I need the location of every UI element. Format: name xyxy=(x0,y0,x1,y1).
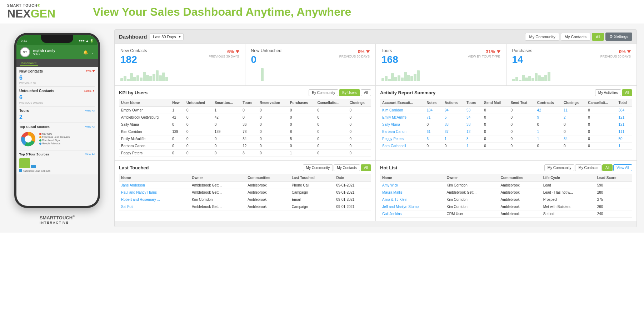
phone-tours-value: 2 xyxy=(19,114,95,120)
table-row: Jane AndersonAmblebrook Gett...Amblebroo… xyxy=(119,182,371,189)
table-row: Sal FotiAmblebrook Gett...AmblebrookCamp… xyxy=(119,203,371,210)
col-tours: Tours xyxy=(240,99,258,107)
col-actions: Actions xyxy=(443,99,464,107)
col-username: User Name xyxy=(119,99,170,107)
phone-tour-viewall[interactable]: View All xyxy=(85,153,95,156)
phone-untouched-prev: PREVIOUS 30 DAYS xyxy=(19,101,95,104)
by-users-btn[interactable]: By Users xyxy=(339,89,360,96)
col-cancel-act: Cancellati... xyxy=(586,99,616,107)
dashboard-title: Dashboard xyxy=(119,34,147,40)
phone-tours-viewall[interactable]: View All xyxy=(85,109,95,112)
my-contacts-btn[interactable]: My Contacts xyxy=(561,33,590,41)
by-community-btn[interactable]: By Community xyxy=(309,89,338,96)
kpi-bar xyxy=(525,78,528,81)
activity-all-btn[interactable]: All xyxy=(622,89,632,96)
col-tours-act: Tours xyxy=(464,99,482,107)
all-btn[interactable]: All xyxy=(592,33,604,41)
kpi-new-contacts-right: 6% PREVIOUS 30 DAYS xyxy=(209,48,239,58)
top-header: SMART TOUCH® NEX GEN View Your Sales Das… xyxy=(0,0,644,24)
kpi-new-contacts-change: 6% xyxy=(227,49,234,54)
kpi-bar xyxy=(544,75,547,81)
phone-lead-viewall[interactable]: View All xyxy=(85,125,95,129)
hl-community-btn[interactable]: My Community xyxy=(544,164,575,171)
col-contracts: Contracts xyxy=(535,99,561,107)
kpi-bar xyxy=(156,70,159,81)
kpi-bar xyxy=(404,72,407,81)
date-range-dropdown[interactable]: Last 30 Days ▼ xyxy=(150,33,183,40)
last-touched-title: Last Touched xyxy=(119,165,149,170)
col-closings-act: Closings xyxy=(561,99,586,107)
table-row: Emily McAuliffe7153400920121 xyxy=(380,114,632,121)
kpi-tours-prev: VIEW BY TOUR TYPE xyxy=(468,55,500,58)
col-cancellatio: Cancellatio... xyxy=(315,99,347,107)
table-row: Amy WickKim CorridonAmblebrookLead590 xyxy=(380,182,632,189)
hl-viewall-btn[interactable]: View All xyxy=(613,164,632,171)
kpi-bar xyxy=(261,68,264,81)
hl-contacts-btn[interactable]: My Contacts xyxy=(575,164,601,171)
dashboard-title-area: Dashboard Last 30 Days ▼ xyxy=(119,33,184,40)
kpi-card-new-contacts: New Contacts 182 6% PREVIOUS 30 DAYS xyxy=(115,44,245,85)
table-row: Sally Abma0833800000121 xyxy=(380,121,632,128)
phone-avatar: ST xyxy=(20,47,30,57)
activity-table-scroll[interactable]: Account Executi... Notes Actions Tours S… xyxy=(380,99,632,150)
col-hl-communities: Communities xyxy=(498,174,541,182)
col-hl-owner: Owner xyxy=(445,174,499,182)
phone-new-contacts-value: 6 xyxy=(19,75,95,81)
kpi-purchases-right: 0% PREVIOUS 30 DAYS xyxy=(600,48,631,58)
phone-nav: Dashboard xyxy=(16,59,98,67)
col-sendmail: Send Mail xyxy=(482,99,508,107)
col-closings: Closings xyxy=(348,99,371,107)
phone-user-info: Implicit Family Sales xyxy=(33,49,55,56)
lt-contacts-btn[interactable]: My Contacts xyxy=(334,164,360,171)
table-row: Kim Corridon1390139780800 xyxy=(119,128,371,135)
kpi-bar xyxy=(414,74,416,81)
hot-list-btns: My Community My Contacts All View All xyxy=(544,164,632,171)
last-touched-header: Last Touched My Community My Contacts Al… xyxy=(119,164,371,171)
kpi-bar xyxy=(401,78,404,81)
activity-report-panel: Activity Report Summary My Activities Al… xyxy=(376,86,636,160)
kpi-bar xyxy=(162,73,165,81)
hot-list-title: Hot List xyxy=(380,165,397,170)
kpi-untouched-arrow xyxy=(366,50,370,53)
phone-nav-dashboard[interactable]: Dashboard xyxy=(20,61,38,66)
svg-point-1 xyxy=(25,135,32,143)
kpi-bar xyxy=(159,75,162,81)
my-activities-btn[interactable]: My Activities xyxy=(595,89,621,96)
col-lt-lasttouched: Last Touched xyxy=(290,174,334,182)
phone-bell-icon[interactable]: 🔔 xyxy=(83,50,88,55)
kpi-all-btn[interactable]: All xyxy=(361,89,371,96)
hl-all-btn[interactable]: All xyxy=(602,164,613,171)
kpi-untouched-prev: PREVIOUS 30 DAYS xyxy=(339,55,370,58)
kpi-purchases-prev: PREVIOUS 30 DAYS xyxy=(600,55,631,58)
kpi-by-users-header: KPI by Users By Community By Users All xyxy=(119,89,371,96)
settings-btn[interactable]: ⚙ ⚙ Settings Settings xyxy=(605,33,632,41)
lt-community-btn[interactable]: My Community xyxy=(303,164,333,171)
phone-tour-chart xyxy=(19,158,95,168)
kpi-cards-row: New Contacts 182 6% PREVIOUS 30 DAYS xyxy=(115,44,636,86)
phone-mockup: 9:41 ●●● ▲ 🔋 ST Implicit Family Sales 🔔 … xyxy=(14,33,100,208)
kpi-bar xyxy=(120,78,123,81)
col-hl-name: Name xyxy=(380,174,445,182)
table-row: Gail JenkinsCRM UserAmblebrookSettled240 xyxy=(380,210,632,218)
table-row: Peggy Peters61800134050 xyxy=(380,135,632,143)
phone-menu-icon[interactable]: ⋮ xyxy=(90,50,94,55)
kpi-bar xyxy=(381,78,384,81)
kpi-bar xyxy=(136,75,139,81)
kpi-by-users-btns: By Community By Users All xyxy=(309,89,371,96)
my-community-btn[interactable]: My Community xyxy=(525,33,559,41)
table-row: Paul and Nancy HarrisAmblebrook Gett...A… xyxy=(119,189,371,196)
col-untouched: Untouched xyxy=(184,99,213,107)
table-row: Maura MallisAmblebrook Gett...Amblebrook… xyxy=(380,189,632,196)
kpi-bar xyxy=(146,75,149,81)
dropdown-chevron: ▼ xyxy=(178,35,181,39)
kpi-bar xyxy=(153,74,155,81)
phone-pie-chart xyxy=(19,130,37,148)
kpi-table-scroll[interactable]: User Name New Untouched Smarttou... Tour… xyxy=(119,99,371,157)
activity-report-table: Account Executi... Notes Actions Tours S… xyxy=(380,99,632,150)
table-row: Barbara Canon000120000 xyxy=(119,143,371,150)
lt-all-btn[interactable]: All xyxy=(361,164,371,171)
kpi-card-purchases: Purchases 14 0% PREVIOUS 30 DAYS xyxy=(506,44,637,85)
kpi-bar xyxy=(538,75,541,81)
kpi-new-contacts-chart xyxy=(120,67,239,81)
table-row: Empty Owner10100000 xyxy=(119,107,371,114)
